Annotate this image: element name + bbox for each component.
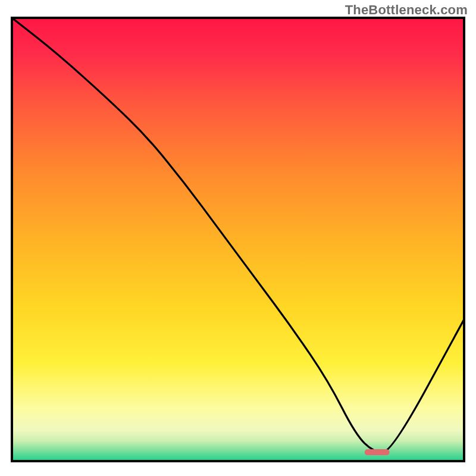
bottleneck-chart-container: TheBottleneck.com (0, 0, 476, 476)
optimum-marker (365, 449, 390, 455)
plot-background (12, 18, 464, 461)
bottleneck-chart-svg (0, 0, 476, 476)
